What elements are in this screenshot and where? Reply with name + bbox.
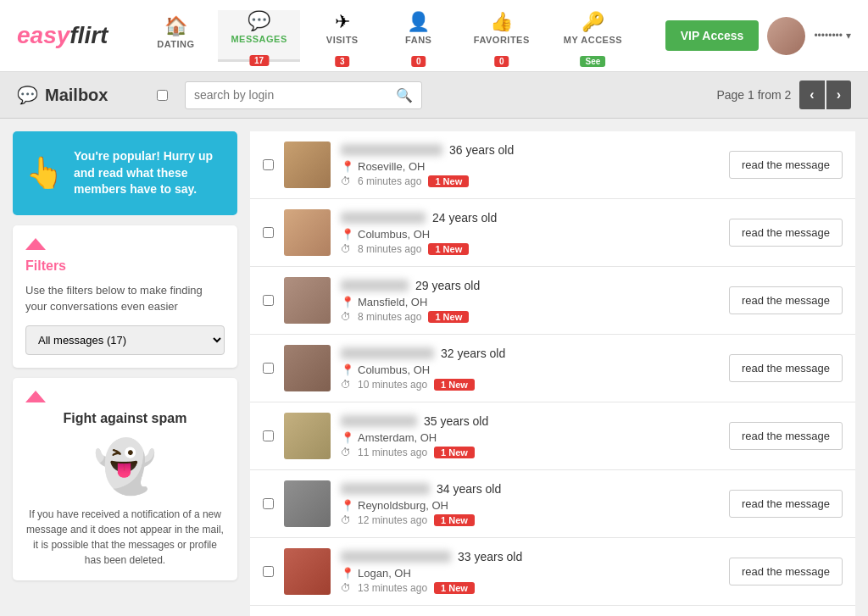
message-age: 35 years old [424,414,488,428]
chevron-down-icon: ▾ [846,30,851,42]
message-time: 11 minutes ago [358,447,427,458]
nav-item-messages[interactable]: 💬MESSAGES17 [218,10,299,62]
location-icon: 📍 [341,567,354,580]
messages-label: MESSAGES [231,34,287,44]
favorites-icon: 👍 [490,11,513,33]
messages-badge: 17 [249,55,269,66]
logo-easy: easy [17,22,70,48]
prev-page-button[interactable]: ‹ [799,80,824,109]
search-box: 🔍 [185,81,422,109]
new-badge: 1 New [434,379,475,391]
message-time: 8 minutes ago [358,311,421,323]
message-time-row: ⏱12 minutes ago1 New [341,514,719,526]
message-info: 35 years old📍 Amsterdam, OH⏱11 minutes a… [341,414,719,458]
avatar-image [284,345,331,391]
mailbox-icon: 💬 [17,85,38,105]
mailbox-label: Mailbox [45,86,108,105]
pagination-info: Page 1 from 2 ‹ › [716,80,851,109]
message-checkbox[interactable] [263,430,274,441]
message-time: 8 minutes ago [358,243,421,255]
read-message-button[interactable]: read the message [729,219,843,247]
nav-item-visits[interactable]: ✈VISITS3 [309,11,376,60]
message-location: 📍 Roseville, OH [341,160,719,173]
my_access-icon: 🔑 [581,11,604,33]
logo[interactable]: easyflirt [17,22,108,49]
read-message-button[interactable]: read the message [729,354,843,382]
promo-icon: 👆 [25,155,64,191]
message-checkbox[interactable] [263,295,274,306]
message-avatar [284,480,331,527]
message-age: 24 years old [432,211,497,225]
message-time-row: ⏱8 minutes ago1 New [341,311,719,323]
message-checkbox[interactable] [263,566,274,577]
filters-description: Use the filters below to make finding yo… [25,282,225,315]
dating-label: DATING [157,39,194,49]
message-time-row: ⏱11 minutes ago1 New [341,447,719,458]
message-name-blurred [341,551,451,563]
nav-item-fans[interactable]: 👤FANS0 [385,11,453,60]
message-location: 📍 Logan, OH [341,567,719,580]
clock-icon: ⏱ [341,311,351,323]
message-item: 29 years old📍 Mansfield, OH⏱8 minutes ag… [250,267,855,335]
my_access-badge: See [581,56,606,67]
message-time: 6 minutes ago [358,175,421,187]
message-location: 📍 Reynoldsburg, OH [341,499,719,512]
message-info: 24 years old📍 Columbus, OH⏱8 minutes ago… [341,211,719,255]
clock-icon: ⏱ [341,379,351,391]
filter-select[interactable]: All messages (17)UnreadRead [25,325,225,355]
location-icon: 📍 [341,228,354,241]
message-item: 32 years old📍 Columbus, OH⏱10 minutes ag… [250,335,855,402]
subheader: 💬 Mailbox 🔍 Page 1 from 2 ‹ › [0,72,868,119]
message-time: 12 minutes ago [358,514,427,526]
read-message-button[interactable]: read the message [729,422,843,450]
ghost-icon: 👻 [25,436,225,497]
message-avatar [284,209,331,256]
message-item: 24 years old📍 Columbus, OH⏱8 minutes ago… [250,199,855,267]
new-badge: 1 New [428,243,469,255]
pagination-text: Page 1 from 2 [716,88,791,102]
message-checkbox[interactable] [263,227,274,238]
message-time: 13 minutes ago [358,582,427,594]
messages-icon: 💬 [248,10,270,32]
message-info: 29 years old📍 Mansfield, OH⏱8 minutes ag… [341,279,719,323]
message-item: 35 years old📍 Amsterdam, OH⏱11 minutes a… [250,402,855,470]
nav-item-dating[interactable]: 🏠DATING [142,15,209,56]
visits-badge: 3 [335,56,350,67]
spam-box: Fight against spam 👻 If you have receive… [13,378,237,580]
message-item: 34 years oldread the message [250,606,855,616]
message-location: 📍 Mansfield, OH [341,296,719,308]
message-name-blurred [341,347,434,359]
read-message-button[interactable]: read the message [729,151,843,179]
visits-icon: ✈ [335,11,350,33]
message-time: 10 minutes ago [358,379,427,391]
header-right: VIP Access •••••••• ▾ [665,17,851,55]
message-age: 32 years old [441,347,505,360]
username-text: •••••••• [814,30,843,42]
message-checkbox[interactable] [263,363,274,374]
read-message-button[interactable]: read the message [729,490,843,518]
location-icon: 📍 [341,296,354,308]
search-input[interactable] [194,88,389,102]
avatar[interactable] [767,17,805,55]
message-name-blurred [341,483,430,495]
fans-icon: 👤 [407,11,430,33]
vip-button[interactable]: VIP Access [665,20,760,51]
message-name-blurred [341,144,442,156]
header: easyflirt 🏠DATING💬MESSAGES17✈VISITS3👤FAN… [0,0,868,72]
avatar-image [284,548,331,595]
filters-title: Filters [25,258,225,274]
read-message-button[interactable]: read the message [729,558,843,585]
next-page-button[interactable]: › [826,80,851,109]
nav-item-my_access[interactable]: 🔑MY ACCESSSee [551,11,635,60]
username-dropdown[interactable]: •••••••• ▾ [814,30,851,42]
read-message-button[interactable]: read the message [729,286,843,314]
avatar-image [284,209,331,256]
avatar-image [284,413,331,459]
search-checkbox[interactable] [157,90,168,101]
new-badge: 1 New [434,447,475,458]
nav-item-favorites[interactable]: 👍FAVORITES0 [461,11,542,60]
message-checkbox[interactable] [263,159,274,170]
new-badge: 1 New [428,175,469,187]
message-checkbox[interactable] [263,498,274,509]
favorites-badge: 0 [494,56,509,67]
